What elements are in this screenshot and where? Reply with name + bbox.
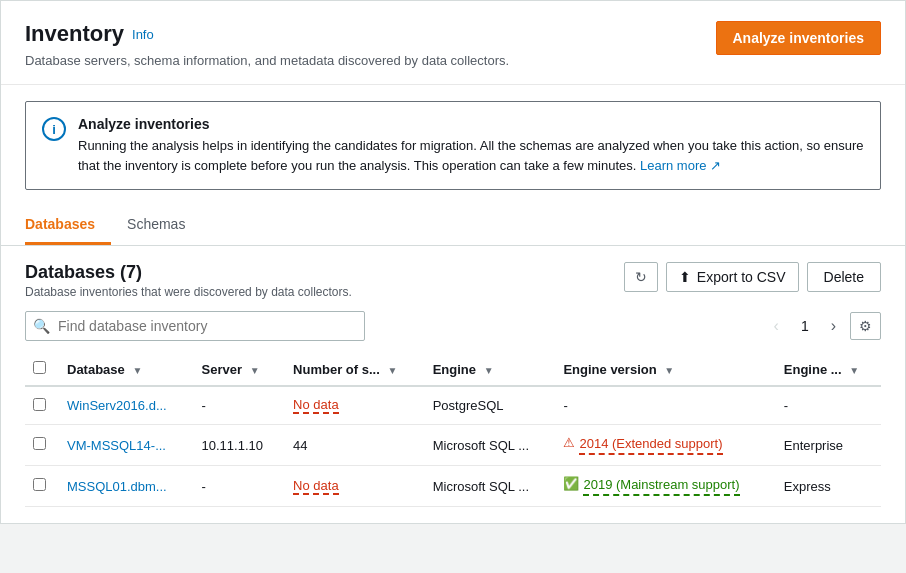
database-link-3[interactable]: MSSQL01.dbm... xyxy=(67,479,167,494)
cell-version-1: - xyxy=(553,386,773,425)
table-title-area: Databases (7) Database inventories that … xyxy=(25,262,352,299)
settings-icon: ⚙ xyxy=(859,318,872,334)
page-header: Inventory Info Database servers, schema … xyxy=(1,1,905,85)
col-engine-version: Engine version ▼ xyxy=(553,353,773,386)
sort-icon-engine-version: ▼ xyxy=(664,365,674,376)
tab-schemas[interactable]: Schemas xyxy=(127,206,201,245)
page-subtitle: Database servers, schema information, an… xyxy=(25,53,509,68)
version-status-warning: ⚠ 2014 (Extended support) xyxy=(563,435,763,455)
cell-database-3: MSSQL01.dbm... xyxy=(57,466,192,507)
row-checkbox-1[interactable] xyxy=(33,398,46,411)
cell-version-2: ⚠ 2014 (Extended support) xyxy=(553,425,773,466)
sort-icon-database: ▼ xyxy=(132,365,142,376)
database-link-1[interactable]: WinServ2016.d... xyxy=(67,398,167,413)
row-checkbox-cell-2 xyxy=(25,425,57,466)
col-engine: Engine ▼ xyxy=(423,353,554,386)
select-all-checkbox-cell xyxy=(25,353,57,386)
table-row: VM-MSSQL14-... 10.11.1.10 44 Microsoft S… xyxy=(25,425,881,466)
page-container: Inventory Info Database servers, schema … xyxy=(0,0,906,524)
cell-edition-1: - xyxy=(774,386,881,425)
row-checkbox-3[interactable] xyxy=(33,478,46,491)
table-actions: ↻ ⬆ Export to CSV Delete xyxy=(624,262,881,292)
cell-edition-3: Express xyxy=(774,466,881,507)
sort-icon-server: ▼ xyxy=(250,365,260,376)
col-database: Database ▼ xyxy=(57,353,192,386)
table-row: WinServ2016.d... - No data PostgreSQL - … xyxy=(25,386,881,425)
cell-database-1: WinServ2016.d... xyxy=(57,386,192,425)
banner-text: Running the analysis helps in identifyin… xyxy=(78,136,864,175)
cell-schemas-2: 44 xyxy=(283,425,423,466)
banner-content: Analyze inventories Running the analysis… xyxy=(78,116,864,175)
page-number: 1 xyxy=(793,314,817,338)
table-title: Databases (7) xyxy=(25,262,352,283)
cell-server-1: - xyxy=(192,386,284,425)
search-input[interactable] xyxy=(25,311,365,341)
success-icon: ✅ xyxy=(563,476,579,491)
tabs-bar: Databases Schemas xyxy=(1,206,905,246)
table-row: MSSQL01.dbm... - No data Microsoft SQL .… xyxy=(25,466,881,507)
sort-icon-schemas: ▼ xyxy=(387,365,397,376)
sort-icon-engine: ▼ xyxy=(484,365,494,376)
banner-title: Analyze inventories xyxy=(78,116,864,132)
pagination: ‹ 1 › ⚙ xyxy=(768,312,881,340)
col-engine-edition: Engine ... ▼ xyxy=(774,353,881,386)
col-server: Server ▼ xyxy=(192,353,284,386)
info-link[interactable]: Info xyxy=(132,27,154,42)
header-title-row: Inventory Info xyxy=(25,21,509,47)
sort-icon-engine-edition: ▼ xyxy=(849,365,859,376)
table-header-row: Database ▼ Server ▼ Number of s... ▼ Eng… xyxy=(25,353,881,386)
cell-database-2: VM-MSSQL14-... xyxy=(57,425,192,466)
info-banner: i Analyze inventories Running the analys… xyxy=(25,101,881,190)
col-num-schemas: Number of s... ▼ xyxy=(283,353,423,386)
cell-edition-2: Enterprise xyxy=(774,425,881,466)
export-icon: ⬆ xyxy=(679,269,691,285)
table-header: Databases (7) Database inventories that … xyxy=(25,262,881,299)
prev-page-button[interactable]: ‹ xyxy=(768,313,785,339)
warning-icon: ⚠ xyxy=(563,435,575,450)
cell-engine-3: Microsoft SQL ... xyxy=(423,466,554,507)
cell-engine-2: Microsoft SQL ... xyxy=(423,425,554,466)
databases-table: Database ▼ Server ▼ Number of s... ▼ Eng… xyxy=(25,353,881,507)
cell-version-3: ✅ 2019 (Mainstream support) xyxy=(553,466,773,507)
search-icon: 🔍 xyxy=(33,318,50,334)
table-settings-button[interactable]: ⚙ xyxy=(850,312,881,340)
export-csv-button[interactable]: ⬆ Export to CSV xyxy=(666,262,799,292)
database-link-2[interactable]: VM-MSSQL14-... xyxy=(67,438,166,453)
cell-server-3: - xyxy=(192,466,284,507)
row-checkbox-cell-3 xyxy=(25,466,57,507)
delete-button[interactable]: Delete xyxy=(807,262,881,292)
tab-databases[interactable]: Databases xyxy=(25,206,111,245)
learn-more-link[interactable]: Learn more ↗ xyxy=(640,158,721,173)
page-title: Inventory xyxy=(25,21,124,47)
table-subtitle: Database inventories that were discovere… xyxy=(25,285,352,299)
cell-server-2: 10.11.1.10 xyxy=(192,425,284,466)
external-link-icon: ↗ xyxy=(710,158,721,173)
select-all-checkbox[interactable] xyxy=(33,361,46,374)
refresh-icon: ↻ xyxy=(635,269,647,285)
cell-schemas-3: No data xyxy=(283,466,423,507)
info-icon: i xyxy=(42,117,66,141)
next-page-button[interactable]: › xyxy=(825,313,842,339)
search-pagination-bar: 🔍 ‹ 1 › ⚙ xyxy=(25,311,881,341)
analyze-inventories-button[interactable]: Analyze inventories xyxy=(716,21,882,55)
version-status-success: ✅ 2019 (Mainstream support) xyxy=(563,476,763,496)
row-checkbox-2[interactable] xyxy=(33,437,46,450)
cell-engine-1: PostgreSQL xyxy=(423,386,554,425)
row-checkbox-cell-1 xyxy=(25,386,57,425)
header-left: Inventory Info Database servers, schema … xyxy=(25,21,509,68)
cell-schemas-1: No data xyxy=(283,386,423,425)
search-box: 🔍 xyxy=(25,311,365,341)
refresh-button[interactable]: ↻ xyxy=(624,262,658,292)
main-content: Databases (7) Database inventories that … xyxy=(1,246,905,523)
